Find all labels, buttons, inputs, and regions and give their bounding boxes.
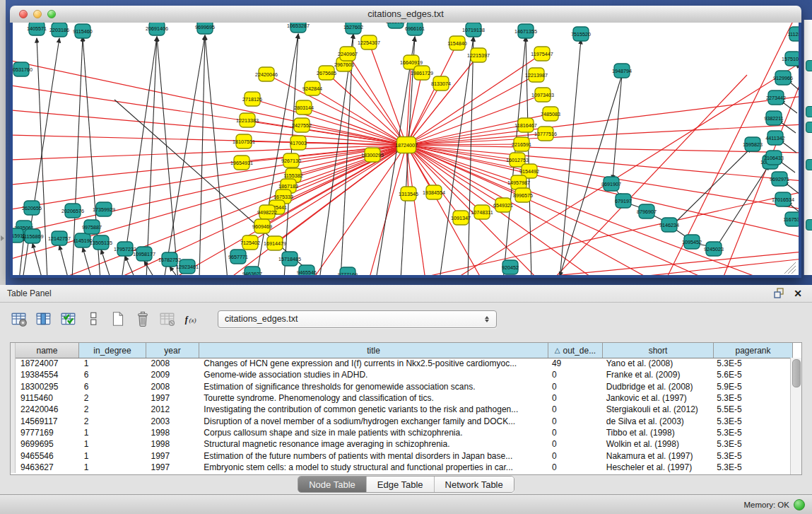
table-row[interactable]: 911546021997Tourette syndrome. Phenomeno…	[11, 392, 791, 404]
row-selection-icon[interactable]	[59, 310, 78, 328]
network-node-label: 9498222	[257, 209, 277, 216]
table-panel: Table Panel ✕ f(x) citations_edges.txt n…	[0, 285, 812, 495]
table-row[interactable]: 1938455462009Genome-wide association stu…	[11, 369, 791, 380]
row-gutter	[11, 438, 16, 450]
table-panel-header: Table Panel ✕	[0, 285, 812, 303]
table-selector-dropdown[interactable]: citations_edges.txt	[218, 310, 497, 328]
column-header-short[interactable]: short	[603, 343, 714, 358]
network-edge-red	[406, 124, 799, 145]
network-node-label: 2240967	[338, 51, 358, 57]
network-node-label: 9242844	[302, 86, 322, 92]
column-header-in-degree[interactable]: in_degree	[79, 343, 146, 358]
attribute-table: namein_degreeyeartitle△out_de...shortpag…	[10, 342, 802, 475]
window-resize-grip[interactable]	[784, 262, 796, 274]
network-node-label: 19861729	[411, 70, 433, 76]
network-node-label: 9154492	[519, 168, 539, 175]
network-node-label: 2675685	[317, 70, 336, 76]
network-node-label: 13777516	[534, 131, 557, 137]
tab-network-table[interactable]: Network Table	[435, 477, 514, 492]
network-node-label: 19654931	[230, 160, 253, 166]
function-builder-icon[interactable]: f(x)	[183, 310, 201, 328]
panel-resize-handle[interactable]	[1, 235, 4, 241]
network-node-label: 1867183	[278, 183, 298, 189]
table-panel-title: Table Panel	[0, 288, 52, 298]
float-panel-icon[interactable]	[772, 287, 787, 300]
scrollbar-thumb[interactable]	[792, 359, 801, 387]
network-node-label: 9267130	[281, 158, 301, 164]
network-node-label: 2106433	[764, 155, 784, 161]
background-network-node	[806, 122, 812, 133]
table-row[interactable]: 1872400712008Changes of HCN gene express…	[11, 358, 791, 369]
network-node-label: 19384554	[423, 189, 445, 196]
column-header-out-de-[interactable]: △out_de...	[548, 343, 603, 358]
network-node-label: 2216591	[512, 141, 531, 148]
table-row[interactable]: 946554611997Estimation of the future num…	[11, 450, 791, 461]
column-visibility-icon[interactable]	[35, 310, 53, 328]
network-edge-red	[344, 64, 406, 145]
table-vertical-scrollbar[interactable]	[790, 358, 801, 474]
network-edge-red	[510, 252, 799, 275]
cell-name: 19384554	[16, 370, 79, 380]
background-network-node	[806, 159, 812, 170]
column-header-title[interactable]: title	[199, 343, 548, 358]
cell-year: 1997	[146, 393, 199, 403]
network-edge-red	[406, 145, 799, 181]
network-node-label: 9657771	[228, 254, 248, 260]
column-header-year[interactable]: year	[146, 343, 199, 358]
network-node-label: 14671355	[514, 28, 537, 35]
table-tabs-bar: Node TableEdge TableNetwork Table	[0, 475, 812, 493]
network-node-label: 1313545	[399, 191, 418, 197]
table-row[interactable]: 969969511998Structural magnetic resonanc…	[11, 438, 791, 450]
network-node-label: 14957987	[507, 180, 530, 186]
column-header-pagerank[interactable]: pagerank	[714, 343, 793, 358]
cell-name: 9777169	[16, 428, 79, 438]
cell-title: Genome-wide association studies in ADHD.	[199, 370, 547, 380]
table-row[interactable]: 2242004622012Investigating the contribut…	[11, 404, 791, 415]
network-node-label: 12215397	[467, 52, 490, 59]
network-view-window[interactable]: citations_edges.txt 14055712203186	[10, 6, 801, 278]
table-row[interactable]: 977716911998Corpus callosum shape and si…	[11, 427, 791, 438]
network-edge-red	[348, 54, 406, 145]
cell-pagerank: 5.3E-5	[712, 416, 791, 426]
network-edge-red	[406, 145, 503, 205]
network-node-label: 1675333	[273, 194, 293, 200]
import-table-icon[interactable]	[158, 310, 177, 328]
table-settings-icon[interactable]	[10, 310, 28, 328]
memory-ok-indicator[interactable]	[794, 499, 805, 510]
network-edge-black	[144, 261, 155, 275]
window-titlebar[interactable]: citations_edges.txt	[10, 6, 801, 23]
network-node-label: 16012753	[506, 157, 529, 163]
network-node-label: 7485083	[541, 111, 560, 117]
network-node-label: 9382211	[764, 115, 783, 122]
application-window: citations_edges.txt 14055712203186	[0, 0, 812, 514]
network-node-label: 11816467	[514, 122, 536, 129]
column-header-name[interactable]: name	[16, 343, 79, 358]
table-row[interactable]: 1456911722003Disruption of a novel membe…	[11, 415, 791, 426]
delete-table-icon[interactable]	[134, 310, 152, 328]
cell-year: 2008	[146, 382, 199, 392]
network-node-label: 10748311	[471, 209, 493, 216]
cell-pagerank: 5.3E-5	[712, 393, 791, 403]
rows-icon[interactable]	[84, 310, 102, 328]
network-edge-red	[369, 42, 406, 145]
cell-out-de-: 0	[547, 382, 601, 392]
network-node-label: 9692971	[770, 176, 789, 182]
network-node-label: 9699695	[195, 24, 215, 30]
cell-title: Changes of HCN gene expression and I(f) …	[199, 358, 547, 368]
cell-in-degree: 2	[79, 393, 146, 403]
tab-node-table[interactable]: Node Table	[298, 477, 367, 492]
cell-out-de-: 0	[547, 370, 601, 380]
cell-out-de-: 0	[547, 462, 601, 472]
close-panel-icon[interactable]: ✕	[794, 288, 802, 299]
new-table-icon[interactable]	[109, 310, 127, 328]
network-canvas[interactable]: 1405571220318691154602069140696996951065…	[13, 23, 799, 275]
network-node-label: 20531760	[13, 66, 33, 73]
table-row[interactable]: 946362711997Embryonic stem cells: a mode…	[11, 462, 791, 473]
network-edge-red	[13, 145, 406, 259]
cell-name: 9465546	[16, 451, 79, 461]
tab-edge-table[interactable]: Edge Table	[367, 477, 435, 492]
table-row[interactable]: 1830029562008Estimation of significance …	[11, 381, 791, 392]
row-gutter	[11, 450, 16, 461]
network-node-label: 12213987	[525, 72, 548, 78]
cell-pagerank: 5.3E-5	[712, 428, 791, 438]
